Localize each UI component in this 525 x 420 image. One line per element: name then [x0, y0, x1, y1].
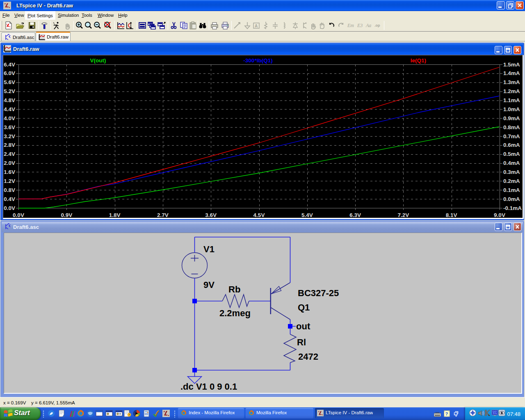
svg-text:Ie(Q1): Ie(Q1): [411, 57, 426, 64]
svg-text:Em: Em: [347, 23, 354, 28]
svg-text:Q1: Q1: [298, 302, 310, 313]
svg-text:2.2meg: 2.2meg: [219, 308, 251, 318]
svg-text:1.8V: 1.8V: [109, 212, 121, 218]
svg-text:4.8V: 4.8V: [4, 97, 15, 103]
svg-text:1.1mA: 1.1mA: [503, 97, 520, 103]
svg-text:0.3mA: 0.3mA: [503, 169, 520, 175]
svg-text:8.1V: 8.1V: [446, 212, 457, 218]
svg-text:0.5mA: 0.5mA: [503, 151, 520, 157]
svg-text:2472: 2472: [298, 352, 318, 362]
svg-text:0.8mA: 0.8mA: [503, 124, 520, 130]
svg-text:0.7mA: 0.7mA: [503, 133, 520, 139]
svg-text:2.0V: 2.0V: [4, 160, 15, 166]
svg-text:6.4V: 6.4V: [4, 62, 15, 68]
svg-text:5.4V: 5.4V: [301, 212, 313, 218]
svg-text:1.2mA: 1.2mA: [503, 88, 520, 94]
svg-text:Aa: Aa: [365, 23, 371, 28]
svg-text:E3: E3: [357, 23, 363, 28]
svg-text:BC327-25: BC327-25: [298, 288, 339, 298]
svg-text:6.3V: 6.3V: [349, 212, 361, 218]
svg-text:1.6V: 1.6V: [4, 169, 15, 175]
svg-text:A: A: [255, 24, 258, 28]
svg-text:9.0V: 9.0V: [494, 212, 505, 218]
svg-text:4.5V: 4.5V: [253, 212, 265, 218]
svg-text:2.4V: 2.4V: [4, 151, 15, 157]
svg-text:4.0V: 4.0V: [4, 115, 15, 121]
svg-text:.op: .op: [374, 23, 380, 27]
svg-text:V(out): V(out): [90, 57, 106, 64]
svg-text:0.4V: 0.4V: [4, 196, 15, 202]
svg-text:0.4mA: 0.4mA: [503, 160, 520, 166]
svg-text:.dc V1 0 9 0.1: .dc V1 0 9 0.1: [180, 381, 237, 392]
svg-text:-0.1mA: -0.1mA: [503, 205, 522, 211]
svg-text:3.2V: 3.2V: [4, 133, 15, 139]
svg-text:V1: V1: [203, 244, 215, 254]
svg-text:7.2V: 7.2V: [398, 212, 409, 218]
svg-text:5.2V: 5.2V: [4, 88, 15, 94]
svg-text:Rl: Rl: [297, 337, 306, 347]
svg-text:1.4mA: 1.4mA: [503, 70, 520, 76]
svg-text:2.7V: 2.7V: [157, 212, 169, 218]
svg-text:0.0V: 0.0V: [4, 205, 15, 211]
svg-text:5.6V: 5.6V: [4, 79, 15, 85]
svg-text:1.3mA: 1.3mA: [503, 79, 520, 85]
svg-text:9V: 9V: [203, 280, 215, 290]
svg-text:out: out: [296, 321, 310, 331]
svg-text:Rb: Rb: [228, 284, 240, 294]
svg-text:2.8V: 2.8V: [4, 142, 15, 148]
svg-text:0.6mA: 0.6mA: [503, 142, 520, 148]
svg-text:1.5mA: 1.5mA: [503, 62, 520, 68]
svg-text:1.2V: 1.2V: [4, 178, 15, 184]
svg-text:0.0mA: 0.0mA: [503, 196, 520, 202]
svg-text:0.0V: 0.0V: [13, 212, 24, 218]
svg-text:3.6V: 3.6V: [205, 212, 217, 218]
svg-text:0.1mA: 0.1mA: [503, 187, 520, 193]
svg-text:6.0V: 6.0V: [4, 70, 15, 76]
svg-text:3.6V: 3.6V: [4, 124, 15, 130]
svg-text:0.8V: 0.8V: [4, 187, 15, 193]
svg-text:4.4V: 4.4V: [4, 106, 15, 112]
svg-text:-300*Ib(Q1): -300*Ib(Q1): [243, 57, 272, 64]
svg-text:0.9mA: 0.9mA: [503, 115, 520, 121]
svg-text:0.9V: 0.9V: [61, 212, 72, 218]
svg-text:1.0mA: 1.0mA: [503, 106, 520, 112]
svg-text:?: ?: [445, 411, 448, 416]
svg-text:0.2mA: 0.2mA: [503, 178, 520, 184]
